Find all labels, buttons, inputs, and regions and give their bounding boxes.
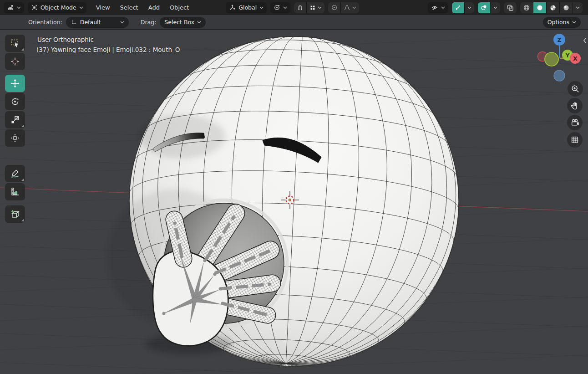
overlays-group [478,2,500,13]
tool-move[interactable] [5,75,25,92]
drag-mode-dropdown[interactable]: Select Box [160,17,206,28]
gizmo-axis-z[interactable]: Z [553,34,565,46]
orientation-label: Orientation: [28,19,62,26]
xray-icon [507,4,514,11]
chevron-down-icon [352,6,356,9]
snapping-group [294,2,324,13]
menu-select[interactable]: Select [115,2,143,13]
gizmo-axis-neg-z[interactable] [554,70,565,81]
chevron-down-icon [493,6,497,9]
drag-label: Drag: [141,19,157,26]
options-dropdown[interactable]: Options [543,17,581,28]
camera-view-icon [570,118,579,127]
gizmo-arrow-icon [455,4,461,11]
active-object-overlay: (37) Yawning face Emoji | Emoji.032 : Mo… [36,46,180,53]
svg-text:Y: Y [565,52,570,59]
menu-add[interactable]: Add [143,2,165,13]
shading-material-button[interactable] [547,2,559,13]
sidebar-collapse-icon[interactable] [583,37,587,44]
chevron-down-icon [467,6,471,9]
show-overlays-toggle[interactable] [478,2,490,13]
orientation-value: Global [238,4,257,11]
viewport-3d[interactable] [0,0,588,374]
menu-object[interactable]: Object [165,2,194,13]
tool-settings-bar: Orientation: Default Drag: Select Box Op… [0,15,588,30]
scale-icon [10,115,20,125]
toolbar [5,35,26,223]
mode-dropdown[interactable]: Object Mode [28,2,86,13]
visibility-eye-icon [431,4,438,11]
mode-label: Object Mode [41,4,76,11]
pivot-point-icon [274,4,280,11]
show-gizmo-toggle[interactable] [452,2,464,13]
proportional-editing-toggle[interactable] [328,2,340,13]
shading-material-icon [549,4,557,11]
gizmo-dropdown[interactable] [465,2,474,13]
svg-text:Z: Z [558,37,562,43]
orientation-axes-icon [229,4,236,11]
grid-view-icon [570,135,579,144]
tool-cursor[interactable] [5,53,25,70]
zoom-button[interactable] [568,81,583,97]
tool-transform[interactable] [5,129,25,147]
falloff-dropdown[interactable] [341,2,359,13]
shading-dropdown[interactable] [573,2,583,13]
measure-icon [10,187,20,197]
tool-scale[interactable] [5,111,25,128]
falloff-curve-icon [344,4,350,11]
tool-rotate[interactable] [5,93,25,110]
pan-button[interactable] [567,98,583,113]
overlays-icon [481,4,487,11]
default-orientation-icon [71,19,77,26]
orientation-value: Default [80,19,101,26]
tool-annotate[interactable] [5,165,25,182]
snap-target-dropdown[interactable] [307,2,324,13]
transform-orientation-dropdown[interactable]: Global [226,2,267,13]
chevron-down-icon [17,6,21,9]
proportional-editing-group [328,2,359,13]
gizmo-group [452,2,474,13]
object-mode-icon [31,4,38,11]
camera-view-button[interactable] [567,115,583,130]
shading-solid-button[interactable] [533,2,546,13]
options-label: Options [547,19,569,26]
chevron-down-icon [318,6,322,9]
xray-toggle[interactable] [504,2,517,13]
grid-view-button[interactable] [567,132,583,148]
svg-text:X: X [573,56,578,62]
snap-toggle[interactable] [294,2,306,13]
shading-solid-icon [536,4,543,11]
shading-wireframe-icon [523,4,530,11]
chevron-down-icon [197,21,201,24]
shading-wireframe-button[interactable] [520,2,533,13]
view-name-overlay: User Orthographic [37,36,94,43]
shading-mode-group [520,2,583,13]
menu-view[interactable]: View [91,2,115,13]
viewport-toggles [428,2,583,13]
transform-controls: Global [226,2,359,13]
editor-type-selector[interactable] [4,2,24,13]
chevron-down-icon [572,21,576,24]
tool-add-cube[interactable] [5,205,25,223]
navigation-gizmo[interactable]: Z Y X [537,33,583,83]
gizmo-axis-neg-y[interactable] [545,52,558,66]
shading-rendered-icon [563,4,570,11]
editor-type-icon [7,4,14,11]
viewport-header: Object Mode View Select Add Object Globa… [0,0,588,15]
add-cube-icon [10,209,20,219]
overlays-dropdown[interactable] [491,2,500,13]
gizmo-axis-x[interactable]: X [570,53,581,64]
pivot-point-dropdown[interactable] [270,2,290,13]
zoom-icon [571,84,580,93]
drag-value: Select Box [164,19,194,26]
chevron-down-icon [120,21,124,24]
object-visibility-dropdown[interactable] [428,2,448,13]
tool-box-select[interactable] [5,35,25,52]
chevron-down-icon [259,6,264,9]
shading-rendered-button[interactable] [560,2,573,13]
tool-measure[interactable] [5,183,25,200]
tool-orientation-dropdown[interactable]: Default [66,17,129,28]
chevron-down-icon [79,6,83,9]
box-select-icon [10,38,20,48]
chevron-down-icon [283,6,287,9]
